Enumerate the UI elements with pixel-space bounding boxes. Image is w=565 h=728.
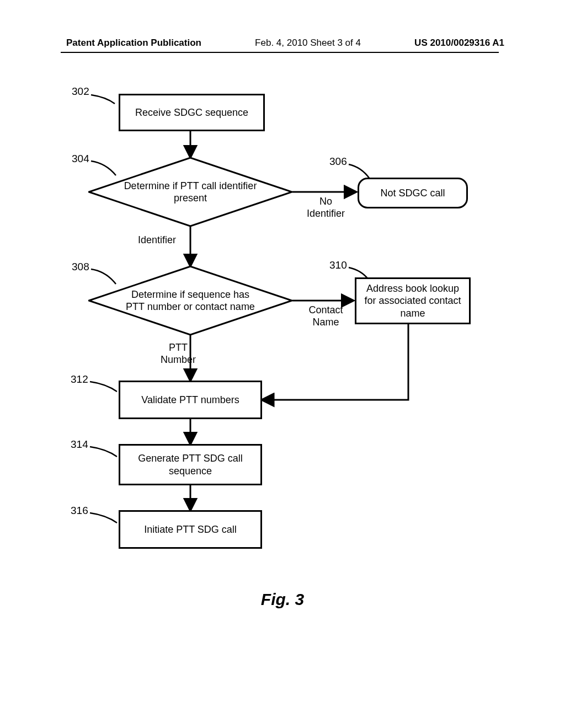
ref-316: 316: [71, 505, 88, 517]
step-text: Receive SDGC sequence: [135, 106, 248, 119]
flowchart-canvas: Receive SDGC sequence Determine if PTT c…: [55, 94, 508, 618]
step-text: Validate PTT numbers: [141, 394, 239, 406]
decision-308: Determine if sequence has PTT number or …: [88, 266, 292, 335]
ref-302: 302: [72, 85, 89, 98]
edge-ptt-number: PTTNumber: [153, 342, 203, 366]
terminal-306: Not SDGC call: [358, 178, 468, 208]
edge-contact-name: ContactName: [300, 304, 352, 328]
step-302: Receive SDGC sequence: [119, 94, 265, 131]
ref-304: 304: [72, 153, 89, 165]
edge-identifier: Identifier: [138, 234, 188, 247]
ref-310: 310: [329, 259, 347, 271]
edge-no-identifier: NoIdentifier: [300, 196, 352, 220]
step-310: Address book lookup for associated conta…: [355, 277, 471, 324]
terminal-text: Not SDGC call: [380, 187, 445, 200]
step-312: Validate PTT numbers: [119, 381, 262, 419]
sheet-label: Feb. 4, 2010 Sheet 3 of 4: [255, 38, 361, 49]
figure-caption: Fig. 3: [0, 590, 565, 609]
decision-text: Determine if sequence has PTT number or …: [121, 288, 259, 313]
step-text: Initiate PTT SDG call: [144, 523, 237, 536]
step-314: Generate PTT SDG call sequence: [119, 444, 262, 485]
ref-306: 306: [329, 156, 347, 168]
pub-label: Patent Application Publication: [66, 38, 201, 49]
step-text: Generate PTT SDG call sequence: [125, 452, 256, 477]
page-header: Patent Application Publication Feb. 4, 2…: [0, 38, 565, 49]
pub-number: US 2010/0029316 A1: [414, 38, 504, 49]
step-316: Initiate PTT SDG call: [119, 510, 262, 549]
decision-text: Determine if PTT call identifier present: [121, 180, 259, 205]
ref-308: 308: [72, 261, 89, 273]
ref-312: 312: [71, 373, 88, 386]
header-divider: [61, 52, 499, 53]
ref-314: 314: [71, 438, 88, 451]
step-text: Address book lookup for associated conta…: [361, 282, 465, 320]
decision-304: Determine if PTT call identifier present: [88, 157, 292, 227]
